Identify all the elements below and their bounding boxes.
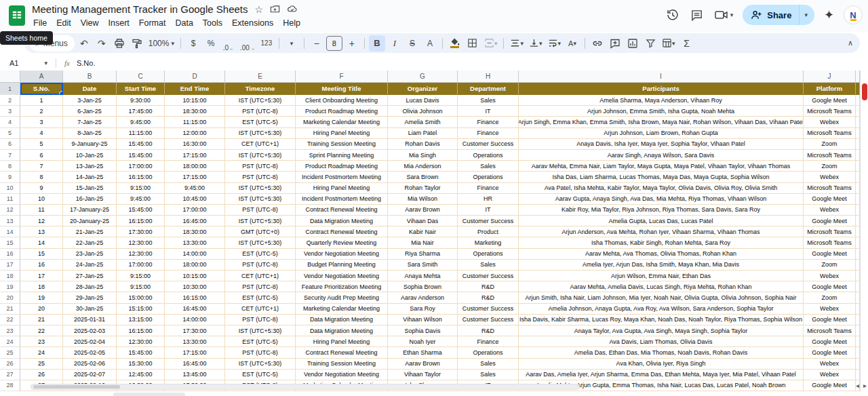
cell-I5[interactable]: Arjun Johnson, Liam Brown, Rohan Gupta <box>519 128 804 139</box>
cell-J26[interactable]: Webex <box>804 359 856 370</box>
cell-G20[interactable]: Aarav Anderson <box>388 292 458 303</box>
cell-G6[interactable]: Rohan Davis <box>388 139 458 150</box>
decrease-decimal-button[interactable]: .0← <box>220 35 237 52</box>
cell-J22[interactable]: Google Meet <box>804 315 856 325</box>
cell-C24[interactable]: 12:30:00 <box>117 336 165 347</box>
cell-A16[interactable]: 15 <box>20 249 63 260</box>
cell-I4[interactable]: Arjun Singh, Emma Khan, Emma Smith, Isha… <box>519 117 804 127</box>
cell-H27[interactable]: Sales <box>458 370 519 380</box>
cell-H22[interactable]: Customer Success <box>458 315 519 325</box>
cell-E4[interactable]: EST (UTC-5) <box>225 117 296 127</box>
cell-D2[interactable]: 10:15:00 <box>165 95 225 106</box>
name-box-caret-icon[interactable]: ▾ <box>44 60 47 66</box>
cell-F26[interactable]: Training Session Meeting <box>296 359 388 370</box>
row-header-7[interactable]: 7 <box>0 150 20 161</box>
cell-J8[interactable]: Zoom <box>804 161 856 172</box>
borders-button[interactable] <box>465 35 481 52</box>
row-header-20[interactable]: 20 <box>0 292 20 303</box>
cell-C10[interactable]: 9:15:00 <box>117 183 165 194</box>
cell-I8[interactable]: Aarav Mehta, Emma Nair, Liam Taylor, May… <box>519 161 804 172</box>
bold-button[interactable]: B <box>369 35 385 52</box>
vertical-scrollbar[interactable] <box>860 71 868 391</box>
scroll-left-icon[interactable]: ◂ <box>856 382 859 389</box>
row-header-17[interactable]: 17 <box>0 260 20 271</box>
cell-C21[interactable]: 15:15:00 <box>117 304 165 315</box>
cell-D1[interactable]: End Time <box>165 83 225 95</box>
cell-J21[interactable]: Webex <box>804 304 856 315</box>
cell-B16[interactable]: 23-Jan-25 <box>63 249 117 260</box>
cell-E16[interactable]: EST (UTC-5) <box>225 249 296 260</box>
cell-F6[interactable]: Training Session Meeting <box>296 139 388 150</box>
cell-H11[interactable]: HR <box>458 194 519 205</box>
cell-E21[interactable]: CET (UTC+1) <box>225 304 296 315</box>
scroll-right-icon[interactable]: ▸ <box>863 382 867 389</box>
cell-C9[interactable]: 16:15:00 <box>117 172 165 182</box>
cell-D11[interactable]: 10:45:00 <box>165 194 225 205</box>
column-header-J[interactable]: J <box>804 71 856 83</box>
cell-I12[interactable]: Kabir Roy, Mia Taylor, Riya Johnson, Riy… <box>519 205 804 216</box>
cell-F4[interactable]: Marketing Calendar Meeting <box>296 117 388 127</box>
cell-F17[interactable]: Budget Planning Meeting <box>296 260 388 271</box>
cell-H1[interactable]: Department <box>458 83 519 95</box>
cell-F20[interactable]: Security Audit Prep Meeting <box>296 292 388 303</box>
cell-H19[interactable]: R&D <box>458 281 519 292</box>
cell-D19[interactable]: 10:30:00 <box>165 281 225 292</box>
cell-B8[interactable]: 13-Jan-25 <box>63 161 117 172</box>
cell-A26[interactable]: 25 <box>20 359 63 370</box>
cell-I3[interactable]: Arjun Johnson, Emma Smith, Isha Gupta, N… <box>519 106 804 117</box>
cell-J15[interactable]: Microsoft Teams <box>804 237 856 248</box>
cell-J20[interactable]: Zoom <box>804 292 856 303</box>
text-rotation-button[interactable]: A ▾ <box>564 35 580 52</box>
cell-H23[interactable]: R&D <box>458 325 519 336</box>
cell-A12[interactable]: 11 <box>20 205 63 216</box>
cell-D24[interactable]: 13:30:00 <box>165 336 225 347</box>
row-header-23[interactable]: 23 <box>0 325 20 336</box>
row-header-21[interactable]: 21 <box>0 304 20 315</box>
cell-F21[interactable]: Marketing Calendar Meeting <box>296 304 388 315</box>
cell-B25[interactable]: 2025-02-05 <box>63 347 117 358</box>
version-history-icon[interactable] <box>665 7 680 22</box>
cell-B1[interactable]: Date <box>63 83 117 95</box>
menu-help[interactable]: Help <box>278 16 305 30</box>
cell-J3[interactable]: Microsoft Teams <box>804 106 856 117</box>
cell-G15[interactable]: Mia Nair <box>388 237 458 248</box>
column-header-F[interactable]: F <box>296 71 388 83</box>
cell-E24[interactable]: EST (UTC-5) <box>225 336 296 347</box>
cell-B13[interactable]: 20-January-25 <box>63 216 117 226</box>
cell-F10[interactable]: Hiring Panel Meeting <box>296 183 388 194</box>
cell-B2[interactable]: 3-Jan-25 <box>63 95 117 106</box>
row-header-3[interactable]: 3 <box>0 106 20 117</box>
cell-C12[interactable]: 15:45:00 <box>117 205 165 216</box>
cell-J1[interactable]: Platform <box>804 83 856 95</box>
cell-B15[interactable]: 22-Jan-25 <box>63 237 117 248</box>
cell-I2[interactable]: Amelia Sharma, Maya Anderson, Vihaan Roy <box>519 95 804 106</box>
cell-E13[interactable]: IST (UTC+5:30) <box>225 216 296 226</box>
cell-A20[interactable]: 19 <box>20 292 63 303</box>
cell-D22[interactable]: 14:00:00 <box>165 315 225 325</box>
column-header-G[interactable]: G <box>388 71 458 83</box>
cell-G21[interactable]: Sara Roy <box>388 304 458 315</box>
cell-G23[interactable]: Sophia Davis <box>388 325 458 336</box>
cell-D16[interactable]: 14:00:00 <box>165 249 225 260</box>
cell-I1[interactable]: Participants <box>519 83 804 95</box>
row-header-4[interactable]: 4 <box>0 117 20 127</box>
fill-color-button[interactable] <box>447 35 463 52</box>
cell-D12[interactable]: 17:00:00 <box>165 205 225 216</box>
cell-C27[interactable]: 12:45:00 <box>117 370 165 380</box>
cell-D17[interactable]: 18:00:00 <box>165 260 225 271</box>
cell-J10[interactable]: Microsoft Teams <box>804 183 856 194</box>
cell-D6[interactable]: 16:30:00 <box>165 139 225 150</box>
cell-H3[interactable]: IT <box>458 106 519 117</box>
row-header-9[interactable]: 9 <box>0 172 20 182</box>
select-all-corner[interactable] <box>0 71 20 83</box>
cell-F18[interactable]: Vendor Negotiation Meeting <box>296 271 388 281</box>
document-title[interactable]: Meeting Management Tracker in Google She… <box>32 3 248 15</box>
cell-C26[interactable]: 15:30:00 <box>117 359 165 370</box>
cell-E1[interactable]: Timezone <box>225 83 296 95</box>
menu-view[interactable]: View <box>76 16 104 30</box>
cell-E19[interactable]: PST (UTC-8) <box>225 281 296 292</box>
cell-H24[interactable]: Finance <box>458 336 519 347</box>
cell-I19[interactable]: Aarav Mehta, Amelia Davis, Lucas Singh, … <box>519 281 804 292</box>
cell-E7[interactable]: IST (UTC+5:30) <box>225 150 296 161</box>
cell-B5[interactable]: 8-Jan-25 <box>63 128 117 139</box>
